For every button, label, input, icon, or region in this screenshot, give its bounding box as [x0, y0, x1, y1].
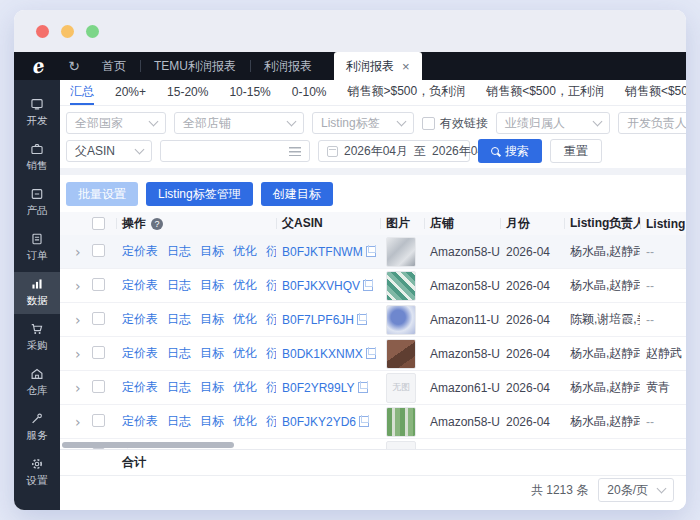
action-link[interactable]: 衍生 — [266, 380, 276, 394]
row-checkbox[interactable] — [92, 380, 105, 393]
action-link[interactable]: 定价表 — [122, 312, 158, 326]
action-link[interactable]: 优化 — [233, 278, 257, 292]
help-icon[interactable]: ? — [151, 218, 163, 230]
row-checkbox[interactable] — [92, 278, 105, 291]
subtab-2[interactable]: 15-20% — [167, 80, 208, 105]
select-all-checkbox[interactable] — [92, 217, 105, 230]
subtab-6[interactable]: 销售额<$500，正利润 — [486, 80, 604, 105]
create-goal-button[interactable]: 创建目标 — [261, 182, 333, 206]
row-checkbox[interactable] — [92, 244, 105, 257]
action-link[interactable]: 日志 — [167, 312, 191, 326]
asin-type-select[interactable]: 父ASIN — [66, 140, 152, 162]
subtab-1[interactable]: 20%+ — [115, 80, 146, 105]
checkbox-icon[interactable] — [422, 117, 435, 130]
month-range-picker[interactable]: 2026年04月 至 2026年04月 — [318, 140, 470, 162]
close-window-button[interactable] — [36, 25, 49, 38]
expand-toggle-icon[interactable]: › — [66, 312, 81, 328]
action-link[interactable]: 优化 — [233, 312, 257, 326]
copy-icon[interactable] — [366, 246, 376, 257]
listing-tag-select[interactable]: Listing标签 — [312, 112, 414, 134]
action-link[interactable]: 定价表 — [122, 380, 158, 394]
no-image-placeholder[interactable]: 无图 — [386, 373, 416, 403]
sidebar-item-product[interactable]: 产品 — [14, 182, 60, 224]
asin-link[interactable]: B0FC24LKWN — [282, 449, 361, 450]
action-link[interactable]: 目标 — [200, 414, 224, 428]
expand-toggle-icon[interactable]: › — [66, 278, 81, 294]
action-link[interactable]: 目标 — [200, 278, 224, 292]
nav-tab-0[interactable]: 首页 — [88, 52, 140, 80]
refresh-icon[interactable]: ↻ — [60, 52, 88, 80]
action-link[interactable]: 优化 — [233, 244, 257, 258]
action-link[interactable]: 日志 — [167, 380, 191, 394]
close-icon[interactable]: × — [402, 60, 410, 73]
row-checkbox[interactable] — [92, 312, 105, 325]
sidebar-item-purchase[interactable]: 采购 — [14, 317, 60, 359]
action-link[interactable]: 日志 — [167, 346, 191, 360]
copy-icon[interactable] — [359, 416, 369, 427]
action-link[interactable]: 衍生 — [266, 312, 276, 326]
listing-tag-manage-button[interactable]: Listing标签管理 — [146, 182, 253, 206]
action-link[interactable]: 优化 — [233, 346, 257, 360]
tab-profit-report-active[interactable]: 利润报表 × — [334, 52, 422, 80]
sidebar-item-dev[interactable]: 开发 — [14, 92, 60, 134]
action-link[interactable]: 日志 — [167, 414, 191, 428]
action-link[interactable]: 衍生 — [266, 244, 276, 258]
action-link[interactable]: 目标 — [200, 244, 224, 258]
expand-toggle-icon[interactable]: › — [66, 244, 81, 260]
action-link[interactable]: 目标 — [200, 312, 224, 326]
asin-search-input[interactable] — [160, 140, 310, 162]
asin-link[interactable]: B0F7LPF6JH — [282, 313, 354, 327]
search-button[interactable]: 搜索 — [478, 139, 542, 163]
subtab-4[interactable]: 0-10% — [292, 80, 327, 105]
product-image[interactable] — [386, 271, 416, 301]
action-link[interactable]: 优化 — [233, 414, 257, 428]
action-link[interactable]: 衍生 — [266, 278, 276, 292]
expand-toggle-icon[interactable]: › — [66, 346, 81, 362]
copy-icon[interactable] — [357, 314, 367, 325]
action-link[interactable]: 衍生 — [266, 346, 276, 360]
action-link[interactable]: 衍生 — [266, 448, 276, 449]
subtab-0[interactable]: 汇总 — [70, 80, 94, 105]
action-link[interactable]: 衍生 — [266, 414, 276, 428]
asin-link[interactable]: B0FJKY2YD6 — [282, 415, 356, 429]
action-link[interactable]: 定价表 — [122, 278, 158, 292]
action-link[interactable]: 日志 — [167, 278, 191, 292]
sidebar-item-orders[interactable]: 订单 — [14, 227, 60, 269]
product-image[interactable] — [386, 407, 416, 437]
expand-toggle-icon[interactable]: › — [66, 380, 81, 396]
action-link[interactable]: 定价表 — [122, 346, 158, 360]
subtab-5[interactable]: 销售额>$500，负利润 — [347, 80, 465, 105]
batch-settings-button[interactable]: 批量设置 — [66, 182, 138, 206]
subtab-7[interactable]: 销售额<$500，负利润 — [625, 80, 686, 105]
sidebar-item-sales[interactable]: 销售 — [14, 137, 60, 179]
action-link[interactable]: 目标 — [200, 448, 224, 449]
action-link[interactable]: 定价表 — [122, 244, 158, 258]
action-link[interactable]: 日志 — [167, 244, 191, 258]
asin-link[interactable]: B0F2YR99LY — [282, 381, 355, 395]
country-select[interactable]: 全部国家 — [66, 112, 166, 134]
row-checkbox[interactable] — [92, 414, 105, 427]
performance-owner-select[interactable]: 业绩归属人 — [496, 112, 610, 134]
action-link[interactable]: 日志 — [167, 448, 191, 449]
copy-icon[interactable] — [363, 280, 373, 291]
nav-tab-1[interactable]: TEMU利润报表 — [140, 52, 250, 80]
minimize-window-button[interactable] — [61, 25, 74, 38]
action-link[interactable]: 定价表 — [122, 448, 158, 449]
reset-button[interactable]: 重置 — [550, 139, 602, 163]
action-link[interactable]: 目标 — [200, 346, 224, 360]
sidebar-item-data[interactable]: 数据 — [14, 272, 60, 314]
valid-link-checkbox[interactable]: 有效链接 — [422, 115, 488, 132]
product-image[interactable] — [386, 237, 416, 267]
action-link[interactable]: 定价表 — [122, 414, 158, 428]
asin-link[interactable]: B0FJKXVHQV — [282, 279, 360, 293]
nav-tab-2[interactable]: 利润报表 — [250, 52, 326, 80]
app-logo[interactable]: e — [14, 52, 60, 80]
page-size-select[interactable]: 20条/页 — [598, 478, 674, 502]
filter-sliders-icon[interactable] — [289, 147, 301, 156]
action-link[interactable]: 优化 — [233, 448, 257, 449]
expand-toggle-icon[interactable]: › — [66, 414, 81, 430]
product-image[interactable] — [386, 305, 416, 335]
action-link[interactable]: 优化 — [233, 380, 257, 394]
dev-owner-select[interactable]: 开发负责人 — [618, 112, 686, 134]
subtab-3[interactable]: 10-15% — [229, 80, 270, 105]
